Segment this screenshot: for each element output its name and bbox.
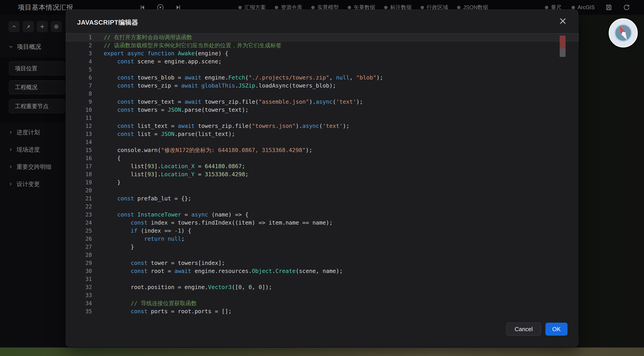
code-text: if (index == -1) { xyxy=(92,227,191,235)
scrollbar-thumb[interactable] xyxy=(560,48,566,57)
code-text: const InstanceTower = async (name) => { xyxy=(92,211,248,219)
code-line[interactable]: 23 const InstanceTower = async (name) =>… xyxy=(66,211,578,219)
editor-scrollbar[interactable] xyxy=(560,36,566,313)
code-line[interactable]: 34 // 导线连接位置获取函数 xyxy=(66,299,578,307)
code-token: ); xyxy=(376,74,383,81)
line-number: 8 xyxy=(66,90,92,98)
code-token xyxy=(104,308,130,315)
line-number: 34 xyxy=(66,299,92,307)
code-line[interactable]: 11 xyxy=(66,114,578,122)
code-line[interactable]: 6 const towers_blob = await engine.Fetch… xyxy=(66,74,578,82)
line-number: 5 xyxy=(66,66,92,74)
code-token: ; xyxy=(245,171,248,177)
compass-widget[interactable] xyxy=(609,18,638,48)
code-token xyxy=(104,300,130,306)
code-line[interactable]: 8 xyxy=(66,90,578,98)
code-token: root = xyxy=(148,268,174,274)
code-line[interactable]: 25 if (index == -1) { xyxy=(66,227,578,235)
code-text: return null; xyxy=(92,235,184,243)
code-editor[interactable]: 1// 在打开方案时会自动调用该函数2// 该函数加载模型并实例化到它们应当所处… xyxy=(66,33,578,316)
code-text xyxy=(92,90,104,98)
code-text xyxy=(92,251,104,259)
code-line[interactable]: 5 xyxy=(66,66,578,74)
code-line[interactable]: 21 const prefab_lut = {}; xyxy=(66,195,578,203)
code-line[interactable]: 24 const index = towers.findIndex((item)… xyxy=(66,219,578,227)
code-token: Location_X xyxy=(161,163,195,169)
code-line[interactable]: 29 const tower = towers[index]; xyxy=(66,259,578,267)
code-line[interactable]: 4 const scene = engine.app.scene; xyxy=(66,58,578,66)
code-token: .loadAsync(towers_blob); xyxy=(255,82,336,89)
code-line[interactable]: 30 const root = await engine.resources.O… xyxy=(66,267,578,275)
code-line[interactable]: 18 list[93].Location_Y = 3153368.4298; xyxy=(66,170,578,179)
code-token: (scene, name); xyxy=(296,268,343,274)
code-token: (index == xyxy=(138,228,175,234)
code-text: list[93].Location_Y = 3153368.4298; xyxy=(92,170,248,179)
code-line[interactable]: 19 } xyxy=(66,179,578,187)
code-token xyxy=(104,107,117,113)
ok-button[interactable]: OK xyxy=(546,323,568,336)
code-line[interactable]: 14 xyxy=(66,138,578,146)
code-line[interactable]: 32 root.position = engine.Vector3([0, 0,… xyxy=(66,283,578,291)
code-text: const root = await engine.resources.Obje… xyxy=(92,267,343,275)
code-token: } xyxy=(104,244,134,250)
code-token: await xyxy=(178,123,194,129)
compass-icon xyxy=(609,18,638,48)
code-text: // 导线连接位置获取函数 xyxy=(92,299,197,307)
code-line[interactable]: 33 xyxy=(66,291,578,299)
code-line[interactable]: 35 const ports = root.ports = []; xyxy=(66,307,578,315)
code-token: async xyxy=(127,50,144,57)
line-number: 16 xyxy=(66,154,92,162)
code-line[interactable]: 2// 该函数加载模型并实例化到它们应当所处的位置，并为它们生成标签 xyxy=(66,41,578,50)
code-line[interactable]: 15 console.warn("修改N172的坐标为: 644180.0867… xyxy=(66,146,578,154)
code-token xyxy=(198,82,201,89)
code-line[interactable]: 3export async function Awake(engine) { xyxy=(66,50,578,58)
code-token xyxy=(124,50,127,57)
code-token: null xyxy=(168,236,181,242)
code-line[interactable]: 13 const list = JSON.parse(list_text); xyxy=(66,130,578,138)
code-text: const tower = towers[index]; xyxy=(92,259,225,267)
code-line[interactable]: 7 const towers_zip = await globalThis.JS… xyxy=(66,82,578,90)
code-token: = xyxy=(194,171,204,177)
line-number: 19 xyxy=(66,179,92,187)
code-line[interactable]: 9 const towers_text = await towers_zip.f… xyxy=(66,98,578,106)
code-line[interactable]: 16 { xyxy=(66,154,578,162)
code-token: ports = root.ports = []; xyxy=(148,308,232,315)
code-token xyxy=(104,236,144,242)
code-token: } xyxy=(104,179,120,186)
code-token: ( xyxy=(333,99,336,105)
code-token: = xyxy=(181,211,191,218)
code-line[interactable]: 17 list[93].Location_X = 644180.0867; xyxy=(66,162,578,170)
code-token: "assemble.json" xyxy=(258,99,309,105)
code-token: { xyxy=(104,155,120,161)
code-line[interactable]: 28 xyxy=(66,251,578,259)
code-token: "towers.json" xyxy=(252,123,296,129)
code-token: ); xyxy=(343,123,350,129)
code-token: ]); xyxy=(262,284,272,290)
code-token xyxy=(134,211,137,218)
code-token: towers_blob = xyxy=(134,74,184,81)
code-token: "./.projects/towers.zip" xyxy=(248,74,329,81)
code-token xyxy=(104,99,117,105)
code-text xyxy=(92,203,104,211)
code-line[interactable]: 27 } xyxy=(66,243,578,251)
code-line[interactable]: 22 xyxy=(66,203,578,211)
compass-center-pin xyxy=(622,32,624,34)
code-line[interactable]: 31 xyxy=(66,275,578,283)
cancel-button[interactable]: Cancel xyxy=(506,323,541,336)
code-token: index = towers.findIndex((item) => item.… xyxy=(148,219,333,226)
code-text: // 在打开方案时会自动调用该函数 xyxy=(92,33,192,41)
code-token: "修改N172的坐标为: 644180.0867, 3153368.4298" xyxy=(161,147,306,153)
close-button[interactable]: × xyxy=(558,16,568,26)
line-number: 32 xyxy=(66,283,92,291)
code-token xyxy=(104,268,130,274)
line-number: 25 xyxy=(66,227,92,235)
code-token: const xyxy=(130,308,147,315)
code-text: const towers_zip = await globalThis.JSZi… xyxy=(92,82,336,90)
line-number: 28 xyxy=(66,251,92,259)
code-line[interactable]: 20 xyxy=(66,187,578,195)
code-line[interactable]: 12 const list_text = await towers_zip.fi… xyxy=(66,122,578,130)
code-line[interactable]: 26 return null; xyxy=(66,235,578,243)
code-token: list[ xyxy=(104,171,148,177)
code-line[interactable]: 10 const towers = JSON.parse(towers_text… xyxy=(66,106,578,114)
code-line[interactable]: 1// 在打开方案时会自动调用该函数 xyxy=(66,33,578,41)
